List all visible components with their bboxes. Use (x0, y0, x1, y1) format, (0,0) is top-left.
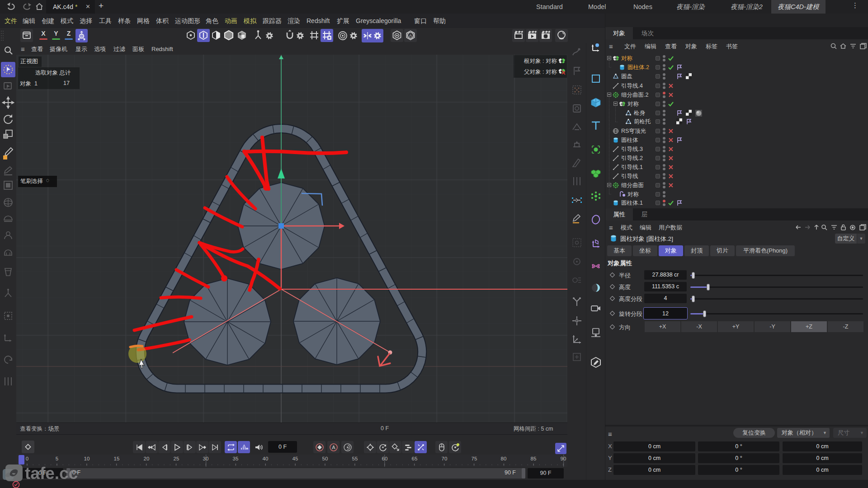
svg-text:A: A (409, 33, 412, 38)
svg-text:A: A (332, 445, 335, 450)
